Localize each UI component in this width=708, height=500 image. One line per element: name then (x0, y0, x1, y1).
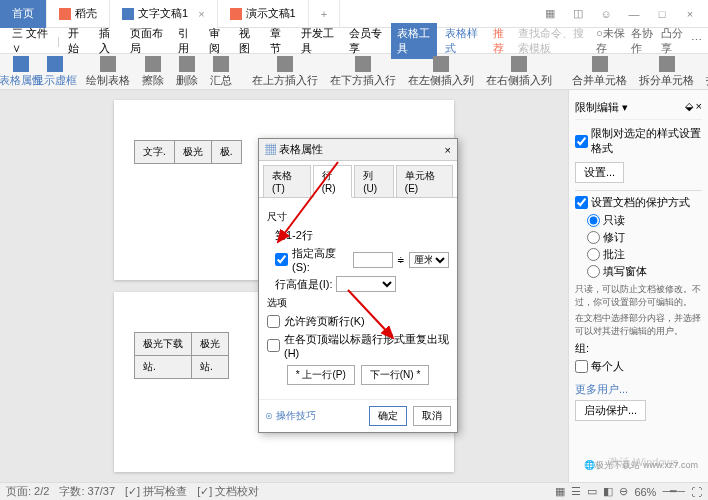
tab-row[interactable]: 行(R) (313, 165, 353, 198)
note-text: 在文档中选择部分内容，并选择可以对其进行编辑的用户。 (575, 312, 702, 337)
delete-button[interactable]: 删除 (172, 54, 202, 90)
row-above-icon (277, 56, 293, 72)
view-icon[interactable]: ▦ (555, 485, 565, 498)
cb-restrict-format[interactable]: 限制对选定的样式设置格式 (575, 126, 702, 156)
split-icon (659, 56, 675, 72)
merge-icon (592, 56, 608, 72)
unit-select[interactable]: 厘米 (409, 252, 449, 268)
table-cell[interactable]: 文字. (135, 141, 175, 164)
window-controls: ▦ ◫ ☺ — □ × (532, 4, 708, 24)
start-protection-button[interactable]: 启动保护... (575, 400, 646, 421)
merge-cells-button[interactable]: 合并单元格 (568, 54, 631, 90)
cb-repeat-header[interactable]: 在各页顶端以标题行形式重复出现(H) (267, 332, 449, 359)
dialog-close-icon[interactable]: × (445, 144, 451, 156)
pencil-icon (100, 56, 116, 72)
close-panel-icon[interactable]: × (696, 100, 702, 112)
share-button[interactable]: 凸分享 (661, 26, 685, 56)
cb-allow-break[interactable]: 允许跨页断行(K) (267, 314, 449, 329)
search-input[interactable]: 查找命令、搜索模板 (518, 26, 590, 56)
grid-icon (47, 56, 63, 72)
cb-protect-mode[interactable]: 设置文档的保护方式 (575, 195, 702, 210)
apps-icon[interactable]: ◫ (568, 4, 588, 24)
eraser-button[interactable]: 擦除 (138, 54, 168, 90)
tips-link[interactable]: ⊙ 操作技巧 (259, 403, 322, 429)
radio-readonly[interactable]: 只读 (587, 213, 702, 228)
zoom-out-button[interactable]: ⊖ (619, 485, 628, 498)
doc-icon (122, 8, 134, 20)
minimize-icon[interactable]: — (624, 4, 644, 24)
view-icon[interactable]: ◧ (603, 485, 613, 498)
sum-icon (213, 56, 229, 72)
insert-col-left-button[interactable]: 在左侧插入列 (404, 54, 478, 90)
zoom-level[interactable]: 66% (634, 486, 656, 498)
table-2[interactable]: 极光下载极光 站.站. (134, 332, 229, 379)
col-left-icon (433, 56, 449, 72)
panel-title: 限制编辑 ▾ (575, 100, 628, 115)
menubar: 三 文件 ∨ | 开始 插入 页面布局 引用 审阅 视图 章节 开发工具 会员专… (0, 28, 708, 54)
spellcheck-toggle[interactable]: [✓] 拼写检查 (125, 484, 187, 499)
page-count: 页面: 2/2 (6, 484, 49, 499)
cb-everyone[interactable]: 每个人 (575, 359, 702, 374)
height-input[interactable] (353, 252, 393, 268)
radio-comment[interactable]: 批注 (587, 247, 702, 262)
radio-track[interactable]: 修订 (587, 230, 702, 245)
pin-icon[interactable]: ⬙ (685, 100, 693, 112)
table-properties-dialog: ▦ 表格属性× 表格(T) 行(R) 列(U) 单元格(E) 尺寸 第1-2行 … (258, 138, 458, 433)
table-1[interactable]: 文字.极光极. (134, 140, 242, 164)
rows-label: 第1-2行 (275, 228, 449, 243)
row-height-select[interactable] (336, 276, 396, 292)
collab-button[interactable]: 各协作 (631, 26, 655, 56)
radio-form[interactable]: 填写窗体 (587, 264, 702, 279)
site-logo: 🌐极光下载站 www.xz7.com (584, 459, 698, 472)
ok-button[interactable]: 确定 (369, 406, 407, 426)
daoke-icon (59, 8, 71, 20)
word-count: 字数: 37/37 (59, 484, 115, 499)
view-icon[interactable]: ▭ (587, 485, 597, 498)
close-icon[interactable]: × (198, 8, 204, 20)
note-text: 只读，可以防止文档被修改。不过，你可设置部分可编辑的。 (575, 283, 702, 308)
close-icon[interactable]: × (680, 4, 700, 24)
options-label: 选项 (267, 296, 449, 310)
cb-set-height[interactable] (275, 253, 288, 266)
more-users-link[interactable]: 更多用户... (575, 382, 702, 397)
table-cell[interactable]: 站. (135, 356, 192, 379)
split-table-button[interactable]: 拆分表格 (702, 54, 708, 90)
table-cell[interactable]: 极光 (174, 141, 211, 164)
insert-row-above-button[interactable]: 在上方插入行 (248, 54, 322, 90)
eraser-icon (145, 56, 161, 72)
table-props-button[interactable]: 表格属性 (6, 54, 36, 90)
split-cells-button[interactable]: 拆分单元格 (635, 54, 698, 90)
col-right-icon (511, 56, 527, 72)
next-row-button[interactable]: 下一行(N) * (361, 365, 430, 385)
grid-icon[interactable]: ▦ (540, 4, 560, 24)
view-icon[interactable]: ☰ (571, 485, 581, 498)
unsaved-label[interactable]: ○未保存 (596, 26, 625, 56)
tab-table[interactable]: 表格(T) (263, 165, 311, 197)
summary-button[interactable]: 汇总 (206, 54, 236, 90)
table-icon (13, 56, 29, 72)
tab-cell[interactable]: 单元格(E) (396, 165, 453, 197)
table-cell[interactable]: 极光 (192, 333, 229, 356)
maximize-icon[interactable]: □ (652, 4, 672, 24)
zoom-in-button[interactable]: ─━─ (662, 485, 685, 498)
dialog-title: 表格属性 (279, 143, 323, 155)
set-height-label: 指定高度(S): (292, 246, 349, 273)
insert-row-below-button[interactable]: 在下方插入行 (326, 54, 400, 90)
table-cell[interactable]: 站. (192, 356, 229, 379)
more-icon[interactable]: ⋯ (691, 34, 702, 47)
fullscreen-icon[interactable]: ⛶ (691, 486, 702, 498)
row-below-icon (355, 56, 371, 72)
cancel-button[interactable]: 取消 (413, 406, 451, 426)
proofread-toggle[interactable]: [✓] 文档校对 (197, 484, 259, 499)
tab-column[interactable]: 列(U) (354, 165, 394, 197)
size-label: 尺寸 (267, 210, 449, 224)
settings-button[interactable]: 设置... (575, 162, 624, 183)
insert-col-right-button[interactable]: 在右侧插入列 (482, 54, 556, 90)
draw-table-button[interactable]: 绘制表格 (82, 54, 134, 90)
show-gridlines-button[interactable]: 显示虚框 (40, 54, 70, 90)
prev-row-button[interactable]: * 上一行(P) (287, 365, 355, 385)
delete-icon (179, 56, 195, 72)
table-cell[interactable]: 极. (211, 141, 241, 164)
table-cell[interactable]: 极光下载 (135, 333, 192, 356)
user-icon[interactable]: ☺ (596, 4, 616, 24)
